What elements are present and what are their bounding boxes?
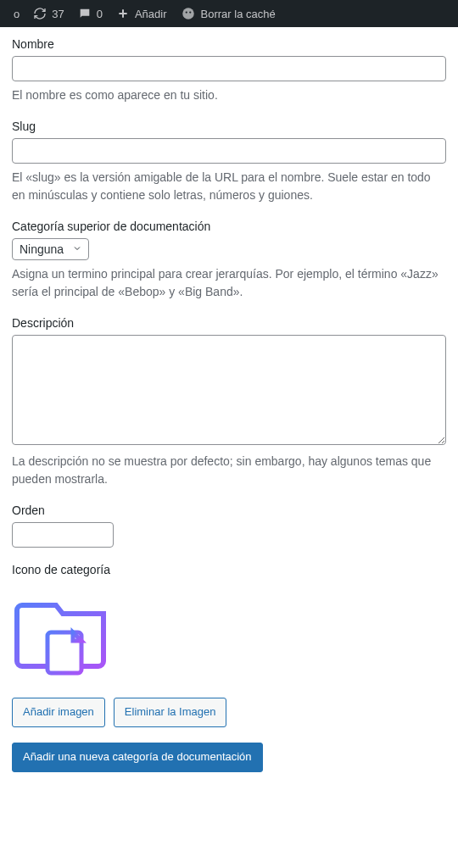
order-input[interactable]: [12, 522, 114, 548]
comment-icon: [78, 7, 92, 20]
comments-count: 0: [97, 8, 103, 20]
name-label: Nombre: [12, 37, 446, 51]
slug-description: El «slug» es la versión amigable de la U…: [12, 169, 446, 204]
order-label: Orden: [12, 504, 446, 517]
name-input[interactable]: [12, 56, 446, 81]
remove-image-button[interactable]: Eliminar la Imagen: [114, 698, 227, 727]
slug-label: Slug: [12, 120, 446, 133]
admin-bar: o 37 0 Añadir Borrar la caché: [0, 0, 458, 27]
admin-bar-site-partial: o: [14, 8, 20, 20]
field-name: Nombre El nombre es como aparece en tu s…: [12, 37, 446, 104]
icon-preview: [12, 587, 446, 682]
admin-bar-updates[interactable]: 37: [26, 7, 70, 20]
field-slug: Slug El «slug» es la versión amigable de…: [12, 120, 446, 204]
field-parent: Categoría superior de documentación Ning…: [12, 220, 446, 301]
admin-bar-site[interactable]: o: [7, 8, 26, 20]
refresh-icon: [33, 7, 47, 20]
parent-label: Categoría superior de documentación: [12, 220, 446, 233]
svg-point-2: [189, 11, 191, 13]
icon-label: Icono de categoría: [12, 563, 446, 576]
admin-bar-clear-cache[interactable]: Borrar la caché: [174, 6, 282, 21]
description-textarea[interactable]: [12, 335, 446, 445]
submit-button[interactable]: Añadir una nueva categoría de documentac…: [12, 743, 263, 772]
name-description: El nombre es como aparece en tu sitio.: [12, 86, 446, 104]
description-help: La descripción no se muestra por defecto…: [12, 453, 446, 488]
field-description: Descripción La descripción no se muestra…: [12, 316, 446, 488]
admin-bar-comments[interactable]: 0: [71, 7, 109, 20]
add-new-label: Añadir: [135, 8, 167, 20]
plus-icon: [116, 7, 130, 20]
icon-buttons: Añadir imagen Eliminar la Imagen: [12, 698, 446, 727]
slug-input[interactable]: [12, 138, 446, 164]
updates-count: 37: [52, 8, 64, 20]
admin-bar-add-new[interactable]: Añadir: [109, 7, 174, 20]
field-order: Orden: [12, 504, 446, 548]
parent-description: Asigna un termino principal para crear j…: [12, 265, 446, 301]
category-form: Nombre El nombre es como aparece en tu s…: [0, 27, 458, 796]
clear-cache-label: Borrar la caché: [201, 8, 276, 20]
description-label: Descripción: [12, 316, 446, 330]
parent-select[interactable]: Ninguna: [12, 238, 89, 260]
svg-point-1: [185, 11, 187, 13]
field-icon: Icono de categoría Añadir imagen: [12, 563, 446, 727]
add-image-button[interactable]: Añadir imagen: [12, 698, 105, 727]
folder-document-icon: [12, 587, 114, 680]
svg-point-0: [182, 8, 194, 19]
cache-icon: [181, 6, 196, 21]
